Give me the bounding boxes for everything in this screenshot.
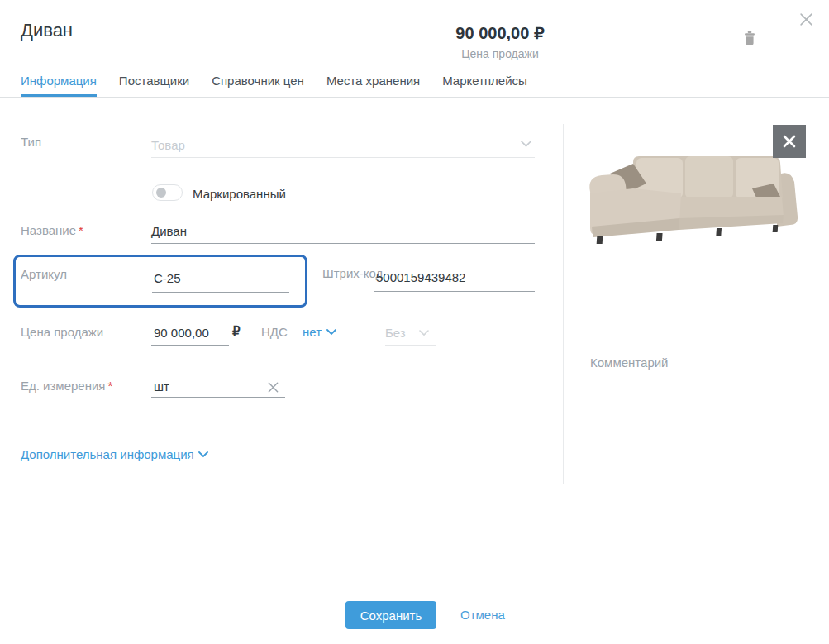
comment-label: Комментарий [590,355,668,370]
vat-rate-value: Без [385,326,406,340]
close-modal-button[interactable] [795,8,817,30]
page-title: Диван [21,20,73,41]
vat-selected-value: нет [303,325,322,339]
cancel-button[interactable]: Отмена [460,608,505,622]
price-caption: Цена продажи [397,47,603,60]
product-image [584,145,807,246]
barcode-label: Штрих-код [322,266,383,280]
unit-input[interactable]: шт [154,379,169,394]
tab-suppliers[interactable]: Поставщики [119,74,189,97]
sale-price-input[interactable]: 90 000,00 [154,326,209,340]
chevron-down-icon [198,451,208,458]
remove-image-icon [782,134,797,149]
vat-dropdown[interactable]: нет [303,325,336,339]
tab-information[interactable]: Информация [21,74,97,97]
required-asterisk: * [107,379,112,393]
type-label: Тип [21,135,41,149]
clear-unit-button[interactable] [264,379,281,395]
tab-price-reference[interactable]: Справочник цен [212,74,304,97]
vat-label: НДС [261,325,288,339]
vat-rate-underline [385,345,436,346]
trash-icon [741,29,759,47]
name-underline [151,243,535,244]
chevron-down-icon [419,330,429,336]
delete-product-button[interactable] [736,25,763,51]
vertical-divider [563,124,564,484]
required-asterisk: * [79,223,83,237]
unit-underline [151,397,285,398]
sale-price-underline [151,345,229,346]
toggle-knob [156,188,166,198]
clear-icon [267,381,279,394]
marked-toggle-label: Маркированный [193,187,286,201]
chevron-down-icon [326,329,336,336]
vat-rate-select[interactable]: Без [385,326,429,340]
additional-info-link[interactable]: Дополнительная информация [21,447,208,461]
type-underline [151,157,535,158]
name-input[interactable]: Диван [151,224,187,238]
tab-bar: Информация Поставщики Справочник цен Мес… [0,74,829,98]
price-value: 90 000,00 ₽ [397,23,603,43]
tab-storage-places[interactable]: Места хранения [326,74,420,97]
remove-image-button[interactable] [773,125,806,158]
type-select[interactable]: Товар [151,138,185,152]
sku-label: Артикул [21,267,67,281]
barcode-underline [374,291,535,292]
comment-input[interactable] [590,403,806,403]
sku-underline [152,292,289,293]
product-modal: Диван 90 000,00 ₽ Цена продажи Информаци… [0,0,829,644]
close-icon [799,12,813,26]
save-button[interactable]: Сохранить [345,601,436,629]
unit-label: Ед. измерения* [21,379,112,393]
currency-symbol: ₽ [232,324,241,339]
section-divider [21,422,536,422]
name-label: Название* [21,223,83,237]
sale-price-label: Цена продажи [21,325,103,339]
sku-input[interactable]: С-25 [154,271,181,285]
chevron-down-icon [521,141,531,148]
marked-toggle[interactable] [152,184,183,201]
price-summary: 90 000,00 ₽ Цена продажи [397,23,603,60]
barcode-input[interactable]: 5000159439482 [376,270,465,284]
tab-marketplaces[interactable]: Маркетплейсы [442,74,527,97]
